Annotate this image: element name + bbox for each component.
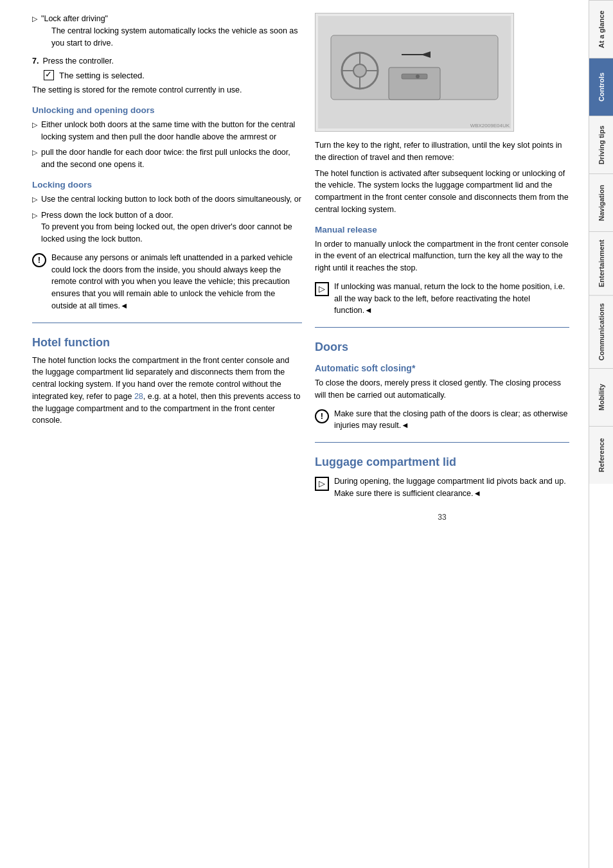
manual-release-note: ▷ If unlocking was manual, return the lo…: [315, 281, 569, 317]
unlocking-bullet-1-text: Either unlock both doors at the same tim…: [41, 119, 302, 143]
page-28-link[interactable]: 28: [134, 392, 143, 401]
svg-point-6: [353, 64, 366, 77]
sidebar-tab-entertainment[interactable]: Entertainment: [589, 231, 613, 295]
divider-doors: [315, 327, 569, 328]
locking-bullet-2-sub: To prevent you from being locked out, th…: [41, 221, 302, 245]
hotel-text: The hotel function locks the compartment…: [32, 355, 302, 427]
auto-soft-closing-heading: Automatic soft closing*: [315, 363, 569, 373]
unlocking-bullet-1: ▷ Either unlock both doors at the same t…: [32, 119, 302, 143]
svg-rect-3: [402, 74, 427, 79]
bullet-arrow-lock-2: ▷: [32, 210, 37, 245]
image-caption: Turn the key to the right, refer to illu…: [315, 139, 569, 164]
sidebar-tab-navigation[interactable]: Navigation: [589, 173, 613, 231]
hotel-activation-text: The hotel function is activated after su…: [315, 168, 569, 216]
checkmark-icon: [44, 70, 54, 80]
hotel-heading: Hotel function: [32, 336, 302, 350]
locking-heading: Locking doors: [32, 180, 302, 190]
sidebar-tab-reference[interactable]: Reference: [589, 426, 613, 484]
hotel-section: Hotel function The hotel function locks …: [32, 336, 302, 427]
step-7-checkmark-row: The setting is selected.: [44, 70, 302, 80]
manual-release-note-text: If unlocking was manual, return the lock…: [334, 281, 569, 317]
luggage-note-text: During opening, the luggage compartment …: [334, 475, 569, 500]
note-arrow-luggage: ▷: [315, 477, 329, 491]
locking-bullet-2: ▷ Press down the lock button of a door. …: [32, 209, 302, 245]
step-7-number: 7.: [32, 55, 39, 67]
note-arrow-manual: ▷: [315, 282, 329, 296]
step-7-text: Press the controller.: [42, 55, 113, 67]
doors-warning: ! Make sure that the closing path of the…: [315, 408, 569, 432]
luggage-note: ▷ During opening, the luggage compartmen…: [315, 475, 569, 500]
page-container: ▷ "Lock after driving" The central locki…: [0, 0, 613, 868]
sidebar-tab-communications[interactable]: Communications: [589, 295, 613, 368]
svg-point-4: [416, 75, 420, 78]
bullet-arrow-unlock-2: ▷: [32, 147, 37, 171]
lock-after-driving-bullet: ▷ "Lock after driving" The central locki…: [32, 13, 302, 51]
auto-soft-closing-text: To close the doors, merely press it clos…: [315, 377, 569, 402]
locking-section: Locking doors ▷ Use the central locking …: [32, 180, 302, 312]
unlocking-section: Unlocking and opening doors ▷ Either unl…: [32, 105, 302, 171]
sidebar-tab-mobility[interactable]: Mobility: [589, 368, 613, 426]
warning-icon-doors: !: [315, 409, 329, 423]
locking-warning: ! Because any persons or animals left un…: [32, 252, 302, 312]
manual-release-section: Manual release In order to manually unlo…: [315, 225, 569, 317]
luggage-heading: Luggage compartment lid: [315, 456, 569, 469]
sidebar-tab-at-a-glance[interactable]: At a glance: [589, 0, 613, 58]
left-column: ▷ "Lock after driving" The central locki…: [32, 13, 302, 842]
top-section: ▷ "Lock after driving" The central locki…: [32, 13, 302, 96]
lock-after-driving-desc: The central locking system automatically…: [41, 25, 302, 49]
main-content: ▷ "Lock after driving" The central locki…: [0, 0, 589, 868]
car-image-svg: [318, 16, 511, 128]
page-number: 33: [315, 513, 569, 522]
sidebar-tab-driving-tips[interactable]: Driving tips: [589, 116, 613, 173]
locking-bullet-1: ▷ Use the central locking button to lock…: [32, 193, 302, 206]
svg-rect-2: [389, 67, 440, 100]
doors-warning-text: Make sure that the closing path of the d…: [334, 408, 569, 432]
unlocking-heading: Unlocking and opening doors: [32, 105, 302, 115]
divider-hotel: [32, 323, 302, 323]
locking-bullet-1-text: Use the central locking button to lock b…: [41, 193, 301, 206]
manual-release-heading: Manual release: [315, 225, 569, 235]
bullet-arrow-lock-1: ▷: [32, 194, 37, 206]
manual-release-text: In order to manually unlock the compartm…: [315, 238, 569, 274]
locking-warning-text: Because any persons or animals left unat…: [51, 252, 302, 312]
luggage-section: Luggage compartment lid ▷ During opening…: [315, 456, 569, 500]
doors-section: Doors Automatic soft closing* To close t…: [315, 341, 569, 432]
unlocking-bullet-2-text: pull the door handle for each door twice…: [41, 146, 302, 171]
sidebar-tab-controls[interactable]: Controls: [589, 58, 613, 116]
right-column: WBX2009E04UK Turn the key to the right, …: [315, 13, 569, 842]
bullet-arrow-1: ▷: [32, 13, 37, 51]
divider-luggage: [315, 442, 569, 443]
step-7-row: 7. Press the controller.: [32, 55, 302, 67]
locking-bullet-2-main: Press down the lock button of a door.: [41, 209, 302, 222]
bullet-arrow-unlock-1: ▷: [32, 120, 37, 143]
setting-stored-note: The setting is stored for the remote con…: [32, 84, 302, 96]
step-7-checkmark-text: The setting is selected.: [59, 71, 145, 80]
warning-icon-locking: !: [32, 253, 46, 267]
doors-heading: Doors: [315, 341, 569, 354]
unlocking-bullet-2: ▷ pull the door handle for each door twi…: [32, 146, 302, 171]
image-watermark: WBX2009E04UK: [470, 123, 510, 128]
car-key-image: WBX2009E04UK: [315, 13, 514, 132]
right-sidebar: At a glance Controls Driving tips Naviga…: [589, 0, 613, 868]
lock-after-driving-label: "Lock after driving": [41, 13, 302, 25]
